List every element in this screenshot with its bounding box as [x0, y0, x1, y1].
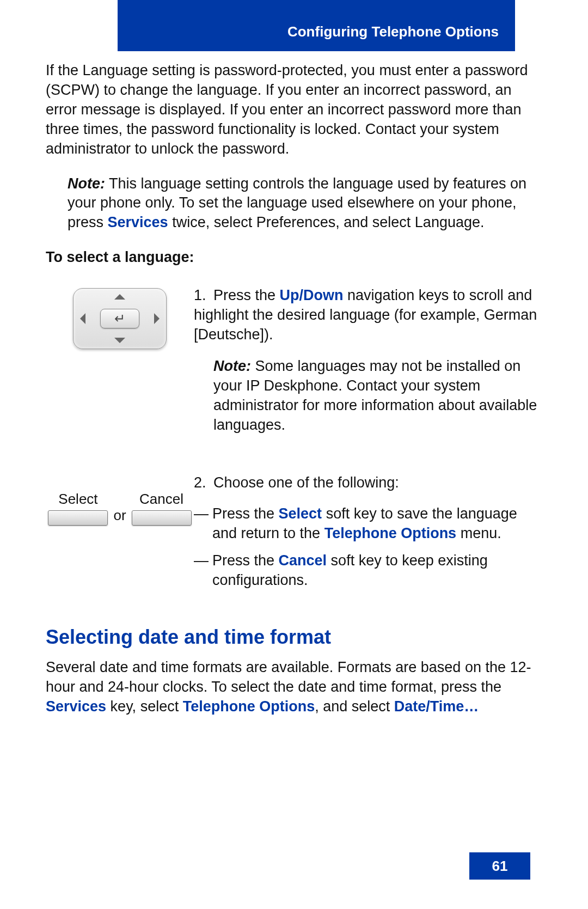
cancel-softkey-button-icon — [132, 510, 192, 526]
step-2-option-a-text: Press the Select soft key to save the la… — [212, 504, 542, 544]
section-pre: Several date and time formats are availa… — [46, 659, 531, 695]
step-2-option-b-text: Press the Cancel soft key to keep existi… — [212, 551, 542, 590]
select-softkey: Select — [48, 490, 108, 526]
intro-paragraph: If the Language setting is password-prot… — [46, 61, 542, 159]
note-block: Note: This language setting controls the… — [68, 174, 542, 233]
enter-key-icon: ↵ — [100, 309, 139, 328]
opt-b-pre: Press the — [212, 552, 279, 569]
step-2: Select or Cancel 2.Choose one of the fol… — [46, 473, 542, 594]
page-header-title: Configuring Telephone Options — [287, 22, 499, 41]
cancel-softkey-label: Cancel — [139, 490, 183, 509]
up-down-link: Up/Down — [280, 287, 344, 303]
opt-a-post: menu. — [456, 525, 501, 541]
services-key-link: Services — [46, 698, 106, 715]
step-2-lead-text: Choose one of the following: — [213, 474, 399, 491]
step-1-graphic-col: ↵ — [46, 286, 194, 349]
step-1-instruction: 1.Press the Up/Down navigation keys to s… — [194, 286, 542, 345]
select-link: Select — [279, 505, 322, 522]
step-2-number: 2. — [194, 473, 213, 493]
step-2-text: 2.Choose one of the following: — Press t… — [194, 473, 542, 594]
dash-icon: — — [194, 504, 212, 544]
note-label: Note: — [68, 175, 105, 192]
left-arrow-icon — [80, 313, 85, 324]
services-link: Services — [108, 214, 168, 230]
section-paragraph: Several date and time formats are availa… — [46, 658, 542, 717]
select-softkey-label: Select — [58, 490, 97, 509]
step-1-text: 1.Press the Up/Down navigation keys to s… — [194, 286, 542, 447]
softkey-group: Select or Cancel — [46, 490, 194, 526]
step-1-note: Note: Some languages may not be installe… — [213, 357, 542, 435]
note-text-after: twice, select Preferences, and select La… — [168, 214, 485, 230]
step-2-option-a: — Press the Select soft key to save the … — [194, 504, 542, 544]
steps-list: ↵ 1.Press the Up/Down navigation keys to… — [46, 286, 542, 594]
dash-icon: — — [194, 551, 212, 590]
right-arrow-icon — [154, 313, 160, 324]
step-1-pre: Press the — [213, 287, 280, 303]
page-header: Configuring Telephone Options — [118, 0, 515, 51]
cancel-link: Cancel — [279, 552, 327, 569]
cancel-softkey: Cancel — [132, 490, 192, 526]
up-arrow-icon — [114, 294, 125, 300]
telephone-options-link-2: Telephone Options — [183, 698, 315, 715]
step-2-option-b: — Press the Cancel soft key to keep exis… — [194, 551, 542, 590]
step-2-graphic-col: Select or Cancel — [46, 473, 194, 526]
opt-a-pre: Press the — [212, 505, 279, 522]
step-1-note-label: Note: — [213, 358, 251, 374]
down-arrow-icon — [114, 338, 125, 343]
date-time-link: Date/Time… — [394, 698, 479, 715]
select-softkey-button-icon — [48, 510, 108, 526]
section-mid2: , and select — [315, 698, 394, 715]
nav-keypad-icon: ↵ — [73, 288, 167, 349]
subheading: To select a language: — [46, 248, 542, 267]
telephone-options-link: Telephone Options — [324, 525, 457, 541]
page-number: 61 — [469, 852, 530, 880]
softkey-or: or — [113, 506, 126, 525]
section-heading: Selecting date and time format — [46, 624, 542, 650]
page-content: If the Language setting is password-prot… — [46, 61, 542, 729]
section-mid1: key, select — [106, 698, 183, 715]
step-1-note-text: Some languages may not be installed on y… — [213, 358, 537, 433]
step-1: ↵ 1.Press the Up/Down navigation keys to… — [46, 286, 542, 447]
step-1-number: 1. — [194, 286, 213, 306]
step-2-lead: 2.Choose one of the following: — [194, 473, 542, 493]
